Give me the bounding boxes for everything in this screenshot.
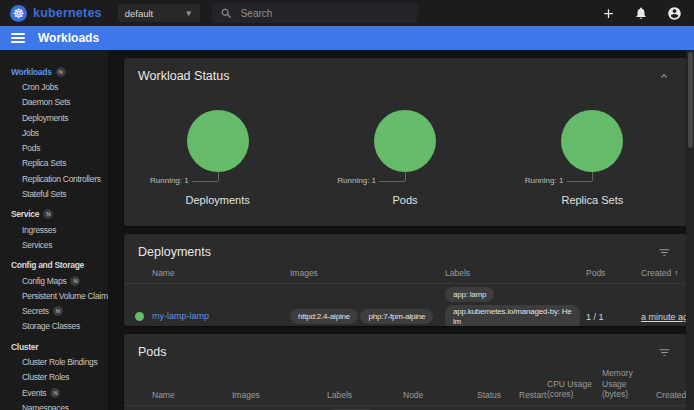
page-title: Workloads bbox=[38, 31, 99, 45]
scrollbar-thumb[interactable] bbox=[688, 52, 693, 148]
status-ok-icon bbox=[132, 312, 152, 321]
column-header-pods[interactable]: Pods bbox=[586, 268, 641, 278]
column-header-restarts[interactable]: Restarts bbox=[519, 390, 547, 400]
pods-title: Pods bbox=[138, 345, 167, 359]
column-header-images[interactable]: Images bbox=[232, 390, 327, 400]
chart-title: Deployments bbox=[186, 194, 250, 206]
sidebar-item-label: Cluster Role Bindings bbox=[22, 357, 97, 367]
sidebar-item-storage-classes[interactable]: Storage Classes bbox=[0, 319, 108, 334]
namespaced-badge-icon: N bbox=[50, 388, 60, 398]
column-header-name[interactable]: Name bbox=[152, 268, 290, 278]
legend-connector-line bbox=[379, 181, 405, 182]
sidebar-item-label: Replication Controllers bbox=[22, 174, 101, 184]
column-header-images[interactable]: Images bbox=[290, 268, 445, 278]
pie-chart-pods bbox=[374, 110, 436, 172]
sidebar-item-label: Jobs bbox=[22, 128, 39, 138]
deployments-title: Deployments bbox=[138, 245, 211, 259]
column-header-status[interactable]: Status bbox=[477, 390, 519, 400]
sort-arrow-icon: ↑ bbox=[674, 268, 678, 278]
vertical-scrollbar[interactable] bbox=[686, 50, 694, 410]
sidebar-item-secrets[interactable]: SecretsN bbox=[0, 303, 108, 318]
sidebar-item-label: Stateful Sets bbox=[22, 189, 66, 199]
column-header-labels[interactable]: Labels bbox=[327, 390, 403, 400]
pods-ratio: 1 / 1 bbox=[586, 312, 641, 322]
filter-icon[interactable] bbox=[656, 244, 672, 260]
sidebar-item-label: Cluster bbox=[11, 342, 38, 352]
chart-pods: Running: 1 Pods bbox=[311, 110, 498, 206]
user-account-icon[interactable] bbox=[666, 5, 682, 21]
created-ago: a minute ago bbox=[641, 312, 686, 322]
column-header-cpu[interactable]: CPU Usage (cores) bbox=[547, 379, 602, 400]
sidebar-item-label: Cron Jobs bbox=[22, 82, 58, 92]
pie-legend: Running: 1 bbox=[124, 172, 311, 190]
pie-legend: Running: 1 bbox=[311, 172, 498, 190]
sidebar-item-services[interactable]: Services bbox=[0, 237, 108, 252]
filter-icon[interactable] bbox=[656, 344, 672, 360]
namespace-selector[interactable]: default ▼ bbox=[118, 4, 200, 22]
main-panel: Workload Status Running: 1 Deployments bbox=[108, 50, 694, 410]
sidebar-item-deployments[interactable]: Deployments bbox=[0, 110, 108, 125]
sidebar-item-label: Service bbox=[11, 209, 39, 219]
kubernetes-logo-icon: ☸ bbox=[10, 5, 27, 22]
sidebar-item-daemon-sets[interactable]: Daemon Sets bbox=[0, 95, 108, 110]
sidebar-item-label: Persistent Volume Claims bbox=[22, 291, 108, 301]
legend-connector-line bbox=[192, 181, 218, 182]
workload-status-charts: Running: 1 Deployments Running: 1 Pods bbox=[124, 110, 686, 206]
sidebar-item-namespaces[interactable]: Namespaces bbox=[0, 400, 108, 410]
sidebar-item-stateful-sets[interactable]: Stateful Sets bbox=[0, 186, 108, 201]
column-header-labels[interactable]: Labels bbox=[445, 268, 586, 278]
search-input[interactable] bbox=[241, 8, 410, 19]
menu-icon[interactable] bbox=[11, 33, 25, 43]
search-bar[interactable] bbox=[212, 3, 418, 23]
pie-chart-replica-sets bbox=[561, 110, 623, 172]
add-resource-button[interactable] bbox=[600, 5, 616, 21]
brand-home-link[interactable]: ☸ kubernetes bbox=[10, 5, 102, 22]
sidebar-item-label: Config and Storage bbox=[11, 260, 84, 270]
pods-card: Pods Name Images Labels Node Status Rest… bbox=[124, 334, 686, 410]
sidebar-item-config-maps[interactable]: Config MapsN bbox=[0, 273, 108, 288]
sidebar-item-events[interactable]: EventsN bbox=[0, 385, 108, 400]
namespaced-badge-icon: N bbox=[56, 67, 66, 77]
sidebar-item-label: Replica Sets bbox=[22, 158, 66, 168]
sidebar-item-cluster-roles[interactable]: Cluster Roles bbox=[0, 370, 108, 385]
app-toolbar: Workloads bbox=[0, 26, 694, 50]
chart-deployments: Running: 1 Deployments bbox=[124, 110, 311, 206]
sidebar-item-ingresses[interactable]: Ingresses bbox=[0, 222, 108, 237]
chevron-down-icon: ▼ bbox=[185, 9, 193, 18]
notifications-bell-icon[interactable] bbox=[633, 5, 649, 21]
column-header-node[interactable]: Node bbox=[403, 390, 477, 400]
legend-label: Running: 1 bbox=[337, 176, 376, 185]
collapse-chevron-up-icon[interactable] bbox=[656, 68, 672, 84]
search-icon bbox=[220, 7, 233, 20]
topbar: ☸ kubernetes default ▼ bbox=[0, 0, 694, 26]
column-header-name[interactable]: Name bbox=[152, 390, 232, 400]
workload-status-title: Workload Status bbox=[138, 69, 229, 83]
sidebar-item-label: Workloads bbox=[11, 67, 52, 77]
sidebar-item-label: Config Maps bbox=[22, 276, 66, 286]
column-header-memory[interactable]: Memory Usage (bytes) bbox=[602, 368, 656, 400]
sidebar-item-replication-controllers[interactable]: Replication Controllers bbox=[0, 171, 108, 186]
sidebar-item-cluster-role-bindings[interactable]: Cluster Role Bindings bbox=[0, 354, 108, 369]
sidebar-item-pods[interactable]: Pods bbox=[0, 140, 108, 155]
kubernetes-dashboard: ☸ kubernetes default ▼ Worklo bbox=[0, 0, 694, 410]
sidebar-item-label: Deployments bbox=[22, 113, 68, 123]
sidebar-item-persistent-volume-claims[interactable]: Persistent Volume ClaimsN bbox=[0, 288, 108, 303]
pods-table-header: Name Images Labels Node Status Restarts … bbox=[124, 362, 686, 406]
sidebar-item-workloads[interactable]: WorkloadsN bbox=[0, 64, 108, 79]
sidebar-item-label: Services bbox=[22, 240, 52, 250]
deployment-name-link[interactable]: my-lamp-lamp bbox=[152, 311, 209, 321]
legend-connector-line bbox=[592, 172, 593, 181]
brand-title: kubernetes bbox=[33, 6, 102, 20]
column-header-created[interactable]: Created↑ bbox=[641, 268, 686, 278]
sidebar-item-config-and-storage: Config and Storage bbox=[0, 258, 108, 273]
namespaced-badge-icon: N bbox=[53, 306, 63, 316]
workload-status-card: Workload Status Running: 1 Deployments bbox=[124, 58, 686, 226]
sidebar-item-jobs[interactable]: Jobs bbox=[0, 125, 108, 140]
sidebar-item-label: Secrets bbox=[22, 306, 49, 316]
namespaced-badge-icon: N bbox=[70, 276, 80, 286]
legend-connector-line bbox=[405, 172, 406, 181]
sidebar-item-replica-sets[interactable]: Replica Sets bbox=[0, 156, 108, 171]
sidebar-item-label: Ingresses bbox=[22, 225, 56, 235]
sidebar-item-cron-jobs[interactable]: Cron Jobs bbox=[0, 79, 108, 94]
column-header-created[interactable]: Created↑ bbox=[656, 390, 686, 400]
